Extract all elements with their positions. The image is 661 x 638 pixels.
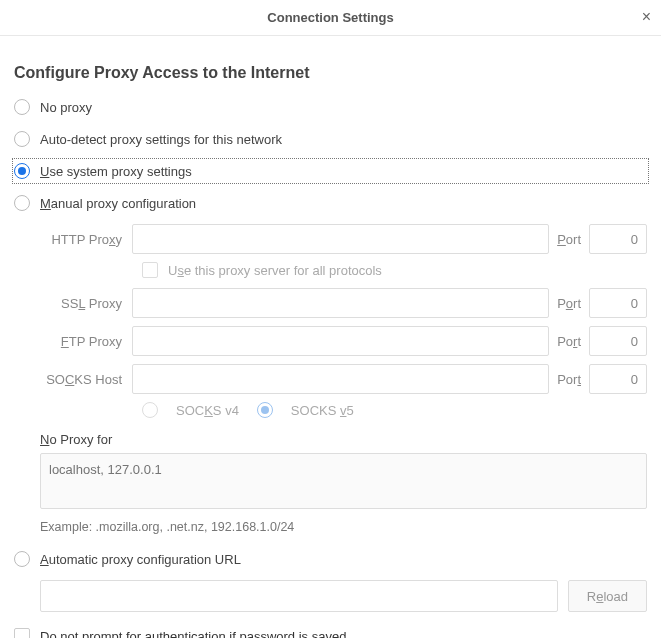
radio-icon <box>14 131 30 147</box>
socks-port-input[interactable] <box>589 364 647 394</box>
no-proxy-for-label: No Proxy for <box>40 432 647 447</box>
radio-icon <box>14 195 30 211</box>
socks-host-input[interactable] <box>132 364 549 394</box>
checkbox-icon <box>142 262 158 278</box>
ssl-port-input[interactable] <box>589 288 647 318</box>
radio-icon <box>257 402 273 418</box>
no-proxy-example: Example: .mozilla.org, .net.nz, 192.168.… <box>40 520 647 534</box>
radio-socks-v5[interactable]: SOCKS v5 <box>257 402 354 418</box>
radio-socks-v4[interactable]: SOCKS v4 <box>142 402 239 418</box>
radio-label: Automatic proxy configuration URL <box>40 552 241 567</box>
socks-host-row: SOCKS Host Port <box>40 364 647 394</box>
port-label: Port <box>549 232 589 247</box>
dialog-content: Configure Proxy Access to the Internet N… <box>0 36 661 638</box>
share-proxy-label: Use this proxy server for all protocols <box>168 263 382 278</box>
http-proxy-input[interactable] <box>132 224 549 254</box>
radio-no-proxy[interactable]: No proxy <box>14 96 647 118</box>
http-port-input[interactable] <box>589 224 647 254</box>
title-bar: Connection Settings × <box>0 0 661 36</box>
socks-v4-label: SOCKS v4 <box>176 403 239 418</box>
close-icon[interactable]: × <box>642 8 651 26</box>
radio-label: Auto-detect proxy settings for this netw… <box>40 132 282 147</box>
ftp-port-input[interactable] <box>589 326 647 356</box>
http-proxy-row: HTTP Proxy Port <box>40 224 647 254</box>
pac-row: Reload <box>40 580 647 612</box>
ftp-proxy-row: FTP Proxy Port <box>40 326 647 356</box>
ssl-proxy-label: SSL Proxy <box>40 296 132 311</box>
manual-proxy-section: HTTP Proxy Port Use this proxy server fo… <box>40 224 647 534</box>
radio-label: No proxy <box>40 100 92 115</box>
no-prompt-row[interactable]: Do not prompt for authentication if pass… <box>14 628 647 638</box>
radio-label: Use system proxy settings <box>40 164 192 179</box>
radio-icon <box>142 402 158 418</box>
section-heading: Configure Proxy Access to the Internet <box>14 64 647 82</box>
reload-button[interactable]: Reload <box>568 580 647 612</box>
ftp-proxy-input[interactable] <box>132 326 549 356</box>
ftp-proxy-label: FTP Proxy <box>40 334 132 349</box>
port-label: Port <box>549 296 589 311</box>
radio-icon <box>14 163 30 179</box>
http-proxy-label: HTTP Proxy <box>40 232 132 247</box>
radio-manual[interactable]: Manual proxy configuration <box>14 192 647 214</box>
socks-host-label: SOCKS Host <box>40 372 132 387</box>
share-proxy-row[interactable]: Use this proxy server for all protocols <box>142 262 647 278</box>
radio-icon <box>14 551 30 567</box>
radio-icon <box>14 99 30 115</box>
ssl-proxy-input[interactable] <box>132 288 549 318</box>
checkbox-icon <box>14 628 30 638</box>
radio-pac[interactable]: Automatic proxy configuration URL <box>14 548 647 570</box>
radio-use-system[interactable]: Use system proxy settings <box>14 160 647 182</box>
ssl-proxy-row: SSL Proxy Port <box>40 288 647 318</box>
port-label: Port <box>549 334 589 349</box>
radio-label: Manual proxy configuration <box>40 196 196 211</box>
port-label: Port <box>549 372 589 387</box>
no-prompt-label: Do not prompt for authentication if pass… <box>40 629 346 639</box>
no-proxy-for-input[interactable] <box>40 453 647 509</box>
socks-v5-label: SOCKS v5 <box>291 403 354 418</box>
radio-auto-detect[interactable]: Auto-detect proxy settings for this netw… <box>14 128 647 150</box>
dialog-title: Connection Settings <box>267 10 393 25</box>
socks-version-row: SOCKS v4 SOCKS v5 <box>142 402 647 418</box>
pac-url-input[interactable] <box>40 580 558 612</box>
